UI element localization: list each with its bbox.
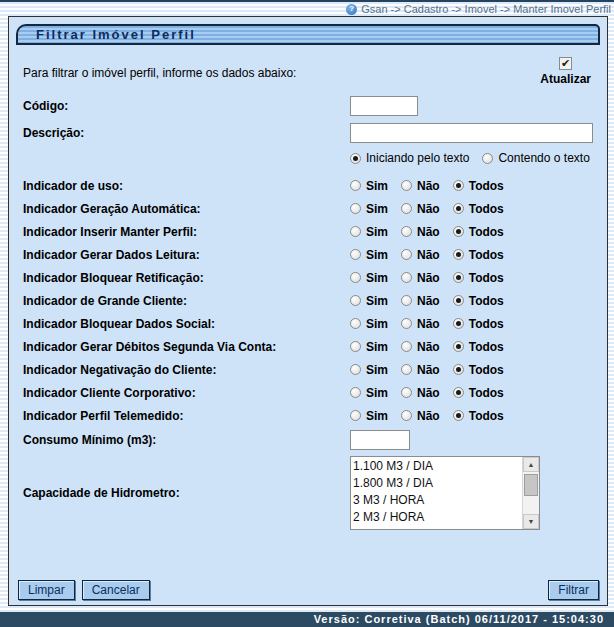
radio-label-todos: Todos [469,363,504,377]
radio-label-nao: Não [417,271,440,285]
descricao-input[interactable] [350,123,593,143]
radio-todos[interactable] [453,295,464,306]
indicator-label: Indicador Negativação do Cliente: [23,363,350,377]
radio-todos[interactable] [453,318,464,329]
radio-label-sim: Sim [366,179,388,193]
consumo-minimo-input[interactable] [350,430,410,450]
scrollbar-up-icon[interactable]: ▲ [523,457,539,472]
limpar-button[interactable]: Limpar [18,580,75,600]
codigo-input[interactable] [350,96,418,116]
radio-sim[interactable] [350,410,361,421]
codigo-row: Código: [9,96,607,116]
indicator-label: Indicador Gerar Débitos Segunda Via Cont… [23,340,350,354]
listbox-option[interactable]: 1.100 M3 / DIA [353,458,521,475]
radio-label-nao: Não [417,179,440,193]
radio-iniciando-pelo-texto[interactable] [350,153,361,164]
radio-label-todos: Todos [469,225,504,239]
radio-label-nao: Não [417,248,440,262]
radio-nao[interactable] [401,295,412,306]
indicator-row: Indicador Negativação do Cliente: Sim Nã… [9,358,607,381]
listbox-scrollbar[interactable]: ▲ ▼ [522,457,539,529]
radio-todos[interactable] [453,249,464,260]
listbox-option[interactable]: 2 M3 / HORA [353,509,521,526]
cancelar-button[interactable]: Cancelar [82,580,150,600]
radio-sim[interactable] [350,318,361,329]
radio-todos[interactable] [453,364,464,375]
indicator-row: Indicador Bloquear Dados Social: Sim Não… [9,312,607,335]
radio-label-sim: Sim [366,317,388,331]
indicator-row: Indicador de Grande Cliente: Sim Não Tod… [9,289,607,312]
radio-sim[interactable] [350,249,361,260]
radio-todos[interactable] [453,341,464,352]
capacidade-listbox[interactable]: 1.100 M3 / DIA 1.800 M3 / DIA 3 M3 / HOR… [350,456,540,530]
indicator-row: Indicador Bloquear Retificação: Sim Não … [9,266,607,289]
radio-sim[interactable] [350,341,361,352]
radio-nao[interactable] [401,272,412,283]
indicator-label: Indicador de uso: [23,179,350,193]
radio-label-todos: Todos [469,409,504,423]
filtrar-button[interactable]: Filtrar [548,580,599,600]
breadcrumb-path[interactable]: Gsan -> Cadastro -> Imovel -> Manter Imo… [361,3,611,15]
radio-label-contendo: Contendo o texto [498,151,589,165]
radio-nao[interactable] [401,180,412,191]
indicator-row: Indicador Perfil Telemedido: Sim Não Tod… [9,404,607,427]
radio-label-nao: Não [417,294,440,308]
scrollbar-down-icon[interactable]: ▼ [523,514,539,529]
listbox-option[interactable]: 1.800 M3 / DIA [353,475,521,492]
descricao-label: Descrição: [23,126,350,140]
indicator-row: Indicador Inserir Manter Perfil: Sim Não… [9,220,607,243]
help-icon[interactable]: ? [346,4,357,15]
radio-sim[interactable] [350,364,361,375]
radio-nao[interactable] [401,203,412,214]
radio-contendo-o-texto[interactable] [482,153,493,164]
version-footer: Versão: Corretiva (Batch) 06/11/2017 - 1… [0,612,614,627]
radio-todos[interactable] [453,226,464,237]
page-title: Filtrar Imóvel Perfil [16,24,600,45]
atualizar-label: Atualizar [540,72,591,86]
radio-sim[interactable] [350,295,361,306]
indicator-label: Indicador Inserir Manter Perfil: [23,225,350,239]
radio-label-todos: Todos [469,294,504,308]
indicator-row: Indicador de uso: Sim Não Todos [9,174,607,197]
listbox-option[interactable]: 3 M3 / HORA [353,492,521,509]
radio-label-todos: Todos [469,271,504,285]
codigo-label: Código: [23,99,350,113]
atualizar-checkbox[interactable] [559,57,572,70]
radio-nao[interactable] [401,341,412,352]
radio-nao[interactable] [401,226,412,237]
radio-sim[interactable] [350,387,361,398]
radio-nao[interactable] [401,249,412,260]
radio-nao[interactable] [401,318,412,329]
radio-todos[interactable] [453,203,464,214]
radio-label-todos: Todos [469,317,504,331]
radio-label-todos: Todos [469,340,504,354]
radio-label-nao: Não [417,317,440,331]
radio-label-sim: Sim [366,202,388,216]
radio-label-sim: Sim [366,340,388,354]
indicator-label: Indicador Cliente Corporativo: [23,386,350,400]
radio-sim[interactable] [350,226,361,237]
capacidade-row: Capacidade de Hidrometro: 1.100 M3 / DIA… [9,456,607,530]
consumo-minimo-label: Consumo Mínimo (m3): [23,433,350,447]
indicator-label: Indicador Gerar Dados Leitura: [23,248,350,262]
radio-nao[interactable] [401,364,412,375]
scrollbar-thumb[interactable] [524,474,538,496]
radio-nao[interactable] [401,410,412,421]
filter-form: Filtrar Imóvel Perfil Para filtrar o imó… [8,16,608,606]
radio-todos[interactable] [453,387,464,398]
radio-label-todos: Todos [469,248,504,262]
indicator-row: Indicador Gerar Dados Leitura: Sim Não T… [9,243,607,266]
descricao-row: Descrição: [9,123,607,143]
page: ? Gsan -> Cadastro -> Imovel -> Manter I… [0,0,614,627]
radio-sim[interactable] [350,203,361,214]
radio-label-sim: Sim [366,271,388,285]
consumo-minimo-row: Consumo Mínimo (m3): [9,428,607,452]
radio-sim[interactable] [350,180,361,191]
indicator-label: Indicador Bloquear Dados Social: [23,317,350,331]
radio-todos[interactable] [453,180,464,191]
radio-sim[interactable] [350,272,361,283]
radio-nao[interactable] [401,387,412,398]
radio-label-sim: Sim [366,386,388,400]
radio-todos[interactable] [453,272,464,283]
radio-todos[interactable] [453,410,464,421]
